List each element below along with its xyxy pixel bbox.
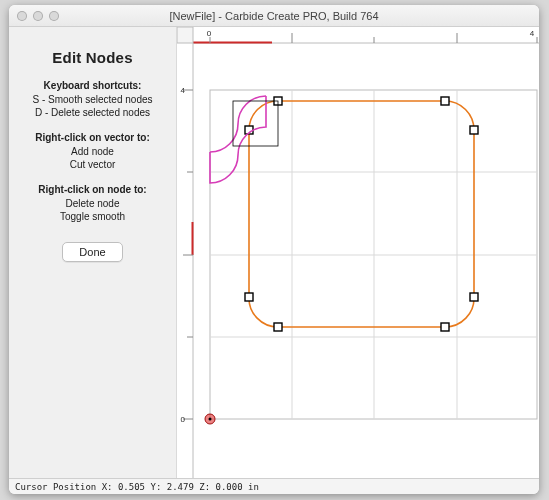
node-4[interactable] <box>470 293 478 301</box>
titlebar[interactable]: [NewFile] - Carbide Create PRO, Build 76… <box>9 5 539 27</box>
ruler-top-0: 0 <box>207 29 212 38</box>
node-2[interactable] <box>441 97 449 105</box>
svg-rect-0 <box>193 27 539 43</box>
rc-vector-cut: Cut vector <box>19 159 166 170</box>
cursor-position: Cursor Position X: 0.505 Y: 2.479 Z: 0.0… <box>15 482 259 492</box>
svg-rect-8 <box>177 43 193 478</box>
minimize-icon[interactable] <box>33 11 43 21</box>
rc-node-title: Right-click on node to: <box>19 184 166 195</box>
node-5[interactable] <box>441 323 449 331</box>
node-7[interactable] <box>245 293 253 301</box>
canvas-svg[interactable]: 0 4 4 0 <box>177 27 539 478</box>
node-3[interactable] <box>470 126 478 134</box>
rc-node-delete: Delete node <box>19 198 166 209</box>
window-body: Edit Nodes Keyboard shortcuts: S - Smoot… <box>9 27 539 478</box>
close-icon[interactable] <box>17 11 27 21</box>
rc-vector-section: Right-click on vector to: Add node Cut v… <box>19 132 166 170</box>
ruler-left: 4 0 <box>177 43 193 478</box>
vector-nodes[interactable] <box>245 97 478 331</box>
rc-node-section: Right-click on node to: Delete node Togg… <box>19 184 166 222</box>
shortcuts-section: Keyboard shortcuts: S - Smooth selected … <box>19 80 166 118</box>
sidebar-heading: Edit Nodes <box>19 49 166 66</box>
window-controls <box>9 11 59 21</box>
ruler-left-0: 0 <box>181 415 186 424</box>
rc-vector-title: Right-click on vector to: <box>19 132 166 143</box>
ruler-left-4: 4 <box>181 86 186 95</box>
sidebar: Edit Nodes Keyboard shortcuts: S - Smoot… <box>9 27 177 478</box>
window-title: [NewFile] - Carbide Create PRO, Build 76… <box>9 10 539 22</box>
shortcuts-title: Keyboard shortcuts: <box>19 80 166 91</box>
rc-node-toggle: Toggle smooth <box>19 211 166 222</box>
ruler-top: 0 4 <box>193 27 539 43</box>
statusbar: Cursor Position X: 0.505 Y: 2.479 Z: 0.0… <box>9 478 539 494</box>
vector-main[interactable] <box>249 101 474 327</box>
vector-secondary[interactable] <box>210 96 266 152</box>
zoom-icon[interactable] <box>49 11 59 21</box>
shortcut-smooth: S - Smooth selected nodes <box>19 94 166 105</box>
app-window: [NewFile] - Carbide Create PRO, Build 76… <box>9 5 539 494</box>
rc-vector-add: Add node <box>19 146 166 157</box>
node-6[interactable] <box>274 323 282 331</box>
selection-rect[interactable] <box>233 101 278 146</box>
canvas-area[interactable]: 0 4 4 0 <box>177 27 539 478</box>
shortcut-delete: D - Delete selected nodes <box>19 107 166 118</box>
ruler-corner <box>177 27 193 43</box>
done-button[interactable]: Done <box>62 242 122 262</box>
drawing-surface[interactable] <box>205 90 537 424</box>
svg-point-24 <box>209 418 212 421</box>
ruler-top-4: 4 <box>530 29 535 38</box>
origin-marker <box>205 414 215 424</box>
